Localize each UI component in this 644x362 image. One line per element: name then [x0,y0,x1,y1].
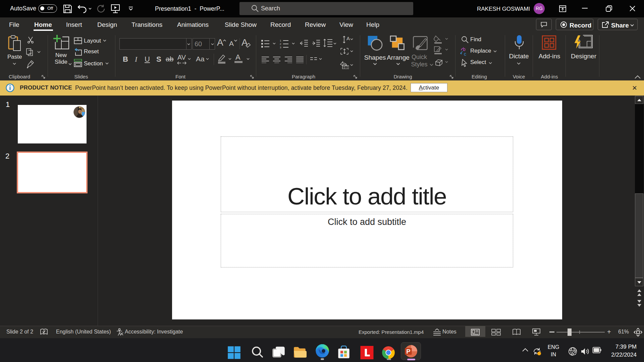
svg-text:P: P [406,348,410,355]
